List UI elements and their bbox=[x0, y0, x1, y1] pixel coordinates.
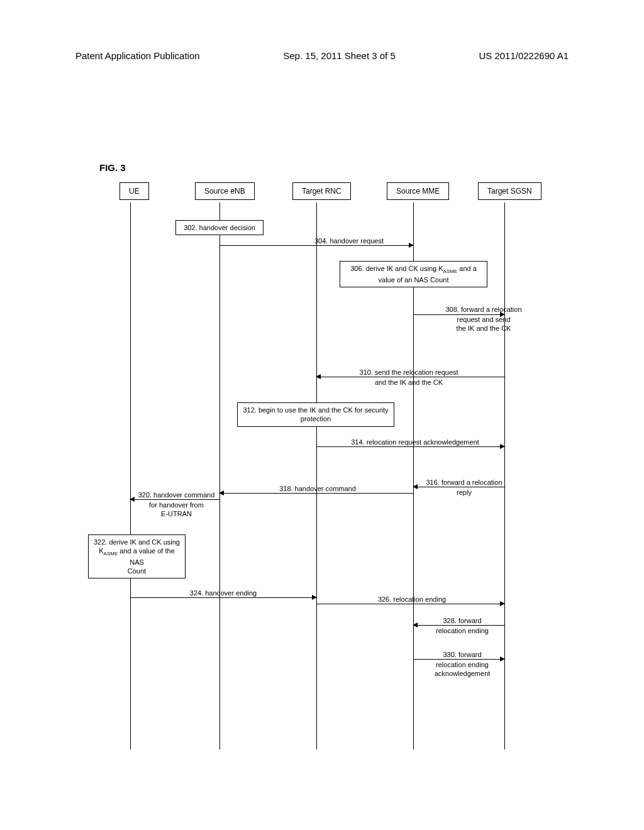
msg-314-label: 314. relocation request acknowledgement bbox=[340, 438, 491, 446]
header-left: Patent Application Publication bbox=[75, 50, 200, 61]
msg-330-label2: relocation ending acknowledgement bbox=[425, 660, 500, 678]
participant-target-rnc: Target RNC bbox=[292, 182, 351, 200]
msg-310-label2: and the IK and the CK bbox=[330, 378, 487, 387]
msg-308-label2: request and send the IK and the CK bbox=[440, 315, 528, 333]
msg-310-label: 310. send the relocation request bbox=[330, 368, 487, 377]
msg-308-label: 308. forward a relocation bbox=[440, 305, 528, 314]
note-306: 306. derive IK and CK using KASME and a … bbox=[340, 261, 487, 287]
participant-ue: UE bbox=[119, 182, 149, 200]
msg-310-arrow bbox=[316, 377, 504, 377]
msg-320-arrow bbox=[130, 499, 219, 500]
header-center: Sep. 15, 2011 Sheet 3 of 5 bbox=[283, 50, 395, 61]
msg-330-label: 330. forward bbox=[425, 650, 500, 659]
note-322: 322. derive IK and CK using KASME and a … bbox=[88, 534, 186, 578]
note-302: 302. handover decision bbox=[175, 220, 264, 235]
figure-label: FIG. 3 bbox=[99, 162, 126, 173]
msg-304-arrow bbox=[219, 245, 413, 246]
msg-314-arrow bbox=[316, 446, 504, 447]
participant-target-sgsn: Target SGSN bbox=[478, 182, 541, 200]
msg-320-label: 320. handover command bbox=[134, 490, 219, 499]
msg-326-arrow bbox=[316, 604, 504, 604]
lifeline-target-sgsn bbox=[504, 202, 505, 750]
msg-316-label2: reply bbox=[417, 488, 511, 497]
note-312: 312. begin to use the IK and the CK for … bbox=[237, 402, 394, 427]
header-right: US 2011/0222690 A1 bbox=[479, 50, 569, 61]
sequence-diagram: UE Source eNB Target RNC Source MME Targ… bbox=[97, 182, 575, 748]
lifeline-ue bbox=[130, 202, 131, 750]
msg-304-label: 304. handover request bbox=[286, 236, 412, 245]
msg-328-label: 328. forward bbox=[425, 616, 500, 625]
participant-source-enb: Source eNB bbox=[195, 182, 255, 200]
lifeline-target-rnc bbox=[316, 202, 317, 750]
msg-330-arrow bbox=[413, 659, 504, 660]
msg-328-label2: relocation ending bbox=[425, 626, 500, 635]
msg-324-arrow bbox=[130, 597, 316, 598]
msg-324-label: 324. handover ending bbox=[173, 589, 274, 597]
msg-316-arrow bbox=[413, 487, 504, 487]
msg-326-label: 326. relocation ending bbox=[362, 595, 462, 604]
msg-318-label: 318. handover command bbox=[267, 484, 368, 493]
msg-316-label: 316. forward a relocation bbox=[417, 478, 511, 487]
participant-source-mme: Source MME bbox=[387, 182, 449, 200]
msg-320-label2: for handover from E-UTRAN bbox=[134, 501, 219, 519]
msg-328-arrow bbox=[413, 625, 504, 626]
msg-318-arrow bbox=[219, 493, 413, 494]
lifeline-source-enb bbox=[219, 202, 220, 750]
